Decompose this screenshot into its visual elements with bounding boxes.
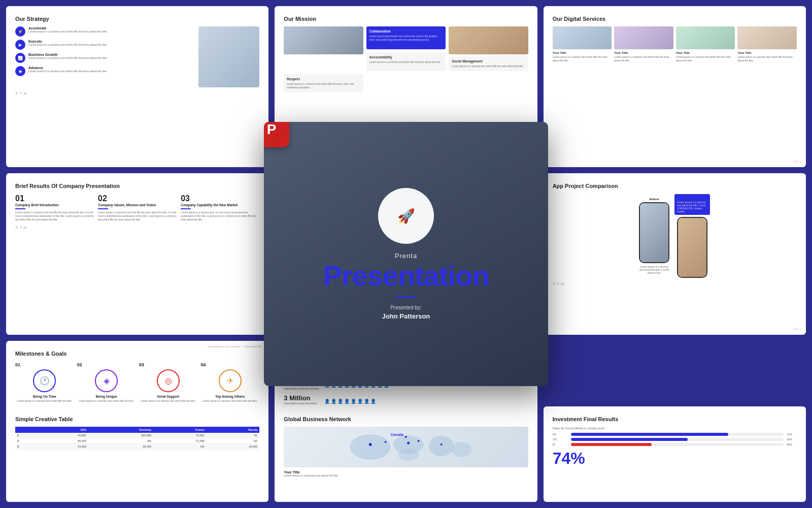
table-wrapper: USA Germany France Russia 1 44,881 610,0… (15, 427, 259, 450)
result-label-1: Company Brief Introduction (15, 203, 94, 207)
instagram-icon: ◎ (23, 91, 26, 96)
bar-track-1 (571, 433, 784, 436)
market-num-3: 3 Million (284, 394, 319, 402)
mission-card-social: Social Management Lorem ipsum is a dummy… (449, 56, 528, 71)
global-subtitle: Your Title (284, 470, 528, 474)
results-grid: 01 Company Brief Introduction Lorem ipsu… (15, 194, 259, 221)
mission-title: Our Mission (284, 15, 528, 22)
result-item-1: 01 Company Brief Introduction Lorem ipsu… (15, 194, 94, 221)
hero-presenter-name: John Patterson (382, 312, 430, 320)
th-france: France (153, 427, 207, 433)
bar-fill-3 (571, 443, 652, 446)
digital-service-2: Your Title Lorem ipsum is a dummy text w… (614, 26, 673, 62)
app-comparison-area: Before Lorem ipsum is a dummy text about… (553, 194, 797, 278)
before-label: Before (650, 198, 659, 201)
digital-services-grid: Your Title Lorem ipsum is a dummy text w… (553, 26, 797, 62)
digital-service-4: Your Title Lorem ipsum is a dummy text w… (737, 26, 797, 62)
mission-card-collaboration: Collaboration Lorem ipsum placeholder te… (366, 26, 446, 49)
execute-desc: Lorem ipsum is a dummy text which fills … (28, 43, 107, 47)
ds-img-3 (676, 26, 735, 49)
ds-label-2: Your Title (614, 51, 673, 54)
result-num-1: 01 (15, 194, 94, 203)
milestone-label-1: Being On Time (33, 395, 56, 398)
accountability-desc: Lorem ipsum is a dummy text which fills … (369, 60, 443, 64)
milestone-2: 02 ◈ Being Unique Lorem ipsum is a dummy… (77, 362, 136, 403)
bottom-row: Simple Creative Table USA Germany France… (0, 406, 812, 508)
person3-gray-6: 👤 (370, 399, 376, 404)
result-item-2: 02 Company Values, Mission and Vision Lo… (98, 194, 177, 221)
result-desc-1: Lorem ipsum is a dummy text that fills t… (15, 211, 94, 221)
person3-gray-4: 👤 (357, 399, 363, 404)
bar-1: FB 74% (553, 433, 797, 436)
slide-digital-services[interactable]: Our Digital Services Your Title Lorem ip… (544, 6, 806, 167)
result-divider-1 (15, 208, 25, 209)
accelerate-icon: ⚡ (15, 26, 25, 37)
bar-2: TW 55% (553, 438, 797, 441)
svg-point-2 (398, 449, 419, 461)
after-phone (677, 217, 707, 278)
br-facebook-icon: f (20, 226, 21, 230)
result-desc-3: Lorem ipsum is a dummy text. It is the m… (181, 211, 259, 221)
respect-desc: Lorem ipsum is a dummy text which fills … (287, 82, 360, 89)
facebook-icon: f (20, 91, 21, 96)
investment-bars: FB 74% TW 55% IG 38% (553, 433, 797, 446)
person3-gray-3: 👤 (351, 399, 356, 404)
svg-point-0 (350, 434, 391, 460)
bar-pct-3: 38% (787, 443, 797, 446)
slide-global-network[interactable]: Global Business Network Canada (275, 406, 537, 502)
digital-slide-number: < 27 > (792, 160, 801, 163)
td-r2-rus: NA (207, 438, 260, 444)
hero-slide[interactable]: 🚀 Prenta Presentation Presented by: John… (264, 122, 548, 386)
bar-pct-2: 55% (787, 438, 797, 441)
app-facebook-icon: f (558, 282, 559, 286)
th-russia: Russia (207, 427, 260, 433)
strategy-title: Our Strategy (15, 15, 259, 22)
person3-red-1: 👤 (324, 399, 330, 404)
milestone-num-1: 01 (15, 362, 20, 367)
mission-grid: Collaboration Lorem ipsum placeholder te… (284, 26, 528, 92)
td-r3-ger: 30,400 (88, 444, 153, 450)
slide-app-comparison[interactable]: App Project Comparison Before Lorem ipsu… (544, 173, 806, 334)
strategy-footer: 𝕏 f ◎ (15, 91, 259, 96)
slide-strategy[interactable]: Our Strategy ⚡ Accelerate Lorem ipsum is… (6, 6, 268, 167)
ppt-badge: P (264, 122, 289, 147)
milestones-title: Milestones & Goals (15, 350, 259, 357)
after-label: After (677, 196, 707, 199)
milestone-1: 01 🕐 Being On Time Lorem ipsum is a dumm… (15, 362, 74, 403)
result-label-2: Company Values, Mission and Vision (98, 203, 177, 207)
milestone-label-3: Great Support (157, 395, 180, 398)
before-phone (639, 202, 669, 263)
result-item-3: 03 Company Capability the New Market Lor… (181, 194, 259, 221)
execute-label: Execute (28, 40, 107, 43)
td-r3-rus: 25,000 (207, 444, 260, 450)
td-r1-ger: 610,000 (88, 433, 153, 438)
svg-point-9 (441, 443, 443, 446)
bar-label-3: IG (553, 443, 568, 446)
result-num-2: 02 (98, 194, 177, 203)
global-service-item: Your Title Lorem ipsum is a dummy text a… (284, 470, 528, 477)
investment-highlight: 74% (553, 449, 797, 468)
mission-card-accountability: Accountability Lorem ipsum is a dummy te… (366, 52, 446, 72)
result-desc-2: Lorem ipsum is a dummy text that fills t… (98, 211, 177, 221)
app-instagram-icon: ◎ (561, 282, 564, 286)
table-row: 1 44,881 610,000 70,500 91 (15, 433, 259, 438)
milestone-circle-1: 🕐 (33, 369, 56, 392)
person3-gray-1: 👤 (337, 399, 343, 404)
ds-img-4 (737, 26, 797, 49)
mission-img-1 (284, 26, 363, 54)
person3-gray-2: 👤 (344, 399, 350, 404)
hero-presented-label: Presented by: (390, 305, 422, 310)
person3-red-2: 👤 (331, 399, 336, 404)
svg-point-6 (385, 441, 387, 443)
world-map: Canada (284, 427, 528, 467)
result-divider-3 (181, 208, 191, 209)
social-desc: Lorem ipsum is a dummy text which fills … (452, 65, 525, 68)
collaboration-label: Collaboration (369, 29, 443, 33)
advance-icon: ◆ (15, 66, 25, 76)
bar-track-3 (571, 443, 784, 446)
respect-label: Respect (287, 77, 360, 81)
slide-creative-table[interactable]: Simple Creative Table USA Germany France… (6, 406, 268, 502)
slide-investment[interactable]: Investment Final Results Sales By Social… (544, 406, 806, 502)
digital-service-1: Your Title Lorem ipsum is a dummy text w… (553, 26, 612, 62)
slide-brief-results[interactable]: Brief Results Of Company Presentation 01… (6, 173, 268, 334)
